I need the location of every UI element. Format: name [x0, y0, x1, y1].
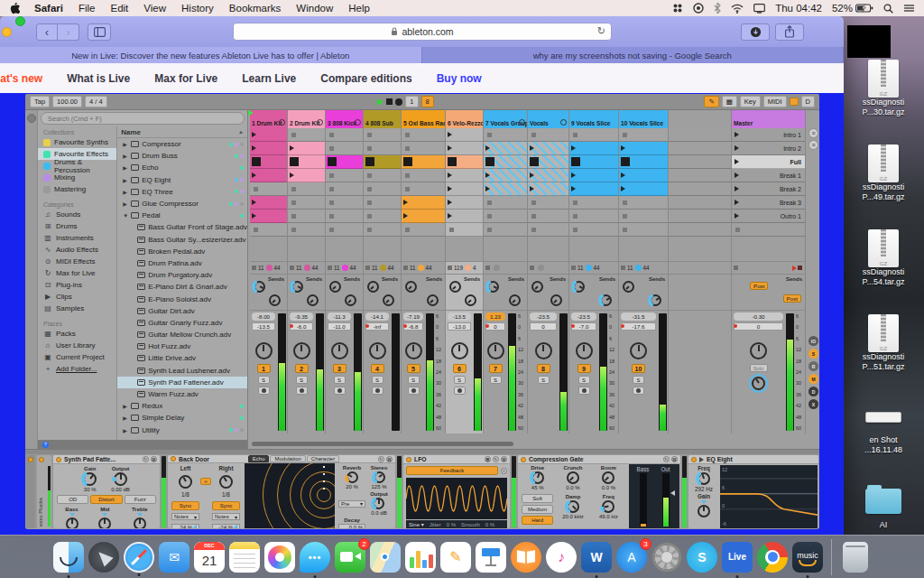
soft-button[interactable]: Soft	[522, 494, 553, 503]
desktop-icon[interactable]: GZssDiagnostiP...30.tar.gz	[843, 60, 924, 117]
clip[interactable]	[446, 169, 483, 182]
clip[interactable]	[446, 210, 483, 223]
clip-slot[interactable]	[484, 196, 527, 210]
track-menu-icon[interactable]	[279, 119, 285, 126]
shutter-icon[interactable]	[693, 3, 704, 14]
device-activator-icon[interactable]	[171, 456, 176, 461]
pan-knob[interactable]	[535, 342, 552, 359]
damp-knob[interactable]	[567, 500, 579, 513]
device-activator-icon[interactable]	[406, 457, 411, 462]
device-lfo-header[interactable]: LFO▣↻▤	[403, 455, 510, 464]
clip-slot[interactable]	[569, 210, 618, 223]
offset-left-field[interactable]: 24 %	[171, 524, 199, 528]
track-menu-icon[interactable]	[519, 119, 525, 126]
send-a-knob[interactable]	[329, 281, 341, 293]
volume-field[interactable]: -13.5	[252, 322, 275, 331]
mixer-toggle-icon[interactable]: ≡	[808, 140, 818, 150]
device-comp-header[interactable]: Compression Gate↻▤	[518, 455, 680, 464]
tree-folder[interactable]: ▶Drum Buss	[117, 150, 247, 162]
sidebar-item-max-for-live[interactable]: ↻Max for Live	[38, 267, 116, 279]
bass-knob[interactable]	[66, 517, 79, 528]
send-a-knob[interactable]	[531, 281, 543, 293]
track-header[interactable]: 1 Drum Kit	[250, 110, 287, 128]
hot-swap-icon[interactable]: ↻	[493, 456, 499, 462]
clip-slot[interactable]	[326, 223, 363, 237]
desktop-icon[interactable]: en Shot...16.11.48	[843, 399, 924, 455]
clip-slot[interactable]	[528, 128, 568, 142]
clip[interactable]	[619, 142, 668, 155]
track-menu-icon[interactable]	[317, 119, 323, 126]
clip-slot[interactable]	[402, 182, 445, 196]
clip-slot[interactable]	[569, 128, 618, 142]
dock-item-facetime[interactable]: 2	[335, 542, 365, 573]
rail-s-button[interactable]: S	[808, 349, 818, 359]
device-activator-icon[interactable]	[691, 457, 697, 462]
sidebar-item-samples[interactable]: ▤Samples	[38, 303, 116, 314]
key-map-button[interactable]: Key	[740, 96, 761, 107]
clip-slot[interactable]	[619, 223, 668, 237]
smooth-value[interactable]: 0 %	[485, 522, 494, 527]
boom-knob[interactable]	[602, 471, 614, 484]
clip-slot[interactable]	[326, 196, 363, 210]
mode-distort-button[interactable]: Distort	[90, 495, 122, 504]
volume-field[interactable]: 0	[485, 322, 505, 331]
map-icon[interactable]: ▣	[485, 456, 491, 462]
dock-item-maps[interactable]	[370, 542, 401, 573]
scene-slot[interactable]: Intro 2	[732, 142, 805, 155]
tree-folder[interactable]: ▶Simple Delay	[117, 412, 247, 424]
volume-field[interactable]: 0	[530, 322, 557, 331]
app-status-icon[interactable]	[672, 3, 683, 14]
clip-slot[interactable]	[364, 223, 401, 237]
solo-button[interactable]: S	[408, 376, 420, 384]
send-a-knob[interactable]	[573, 281, 585, 293]
save-preset-icon[interactable]: ▤	[386, 456, 393, 462]
rail-r-button[interactable]: R	[808, 361, 818, 371]
clip-slot[interactable]	[326, 182, 363, 196]
menu-bookmarks[interactable]: Bookmarks	[229, 3, 282, 14]
nav-max-for-live[interactable]: Max for Live	[154, 72, 217, 85]
battery-indicator[interactable]: 52%	[832, 3, 873, 14]
clip-slot[interactable]	[484, 223, 527, 237]
reverb-knob[interactable]	[346, 471, 358, 483]
track-header[interactable]: 10 Vocals Slice	[619, 110, 668, 128]
tree-folder[interactable]: ▶Echo	[117, 162, 247, 173]
clip[interactable]	[402, 196, 445, 210]
pan-knob[interactable]	[255, 342, 273, 359]
draw-mode-icon[interactable]: ✎	[704, 96, 718, 107]
sidebar-item-drums-percussion[interactable]: Drums & Percussion	[38, 160, 116, 172]
device-eq8-header[interactable]: EQ Eight	[688, 455, 818, 464]
display-icon[interactable]	[753, 4, 765, 14]
clip-slot[interactable]	[446, 223, 483, 237]
clip-slot[interactable]	[528, 196, 568, 210]
track-activator[interactable]: 8	[537, 364, 550, 373]
menu-file[interactable]: File	[79, 3, 96, 14]
device-activator-icon[interactable]	[521, 457, 526, 462]
clip[interactable]	[288, 169, 325, 182]
scene-slot[interactable]: Full	[732, 155, 805, 169]
dock-item-music[interactable]: music	[792, 542, 823, 573]
clip-slot[interactable]	[528, 223, 568, 237]
tree-file[interactable]: Warm Fuzz.adv	[117, 388, 247, 400]
track-activator[interactable]: 2	[295, 364, 309, 373]
echo-right-knob[interactable]	[219, 475, 233, 489]
track-header[interactable]: 2 Drum Kit	[288, 110, 325, 128]
expand-icon[interactable]	[699, 457, 704, 462]
send-b-knob[interactable]	[345, 294, 356, 306]
tree-folder[interactable]: ▶EQ Eight	[117, 174, 247, 186]
tree-file[interactable]: Guitar Gnarly Fuzz.adv	[117, 317, 247, 329]
volume-field[interactable]: -inf	[365, 322, 389, 331]
collapsed-device-strip[interactable]	[26, 455, 35, 528]
clip[interactable]	[619, 169, 668, 182]
clip[interactable]	[250, 128, 287, 142]
sidebar-item-mastering[interactable]: Mastering	[38, 183, 116, 195]
sidebar-item-plug-ins[interactable]: ⊡Plug-ins	[38, 279, 116, 291]
clip[interactable]	[619, 155, 668, 169]
clip-slot[interactable]	[326, 142, 363, 155]
sidebar-item-add-folder-[interactable]: +Add Folder...	[38, 363, 116, 375]
clip[interactable]	[484, 182, 527, 196]
send-a-knob[interactable]	[291, 281, 303, 293]
scene-slot[interactable]: Break 1	[732, 169, 805, 182]
clip-slot[interactable]	[364, 142, 401, 155]
tree-folder[interactable]: ▶Utility	[117, 424, 247, 436]
track-activator[interactable]: 10	[632, 364, 645, 373]
